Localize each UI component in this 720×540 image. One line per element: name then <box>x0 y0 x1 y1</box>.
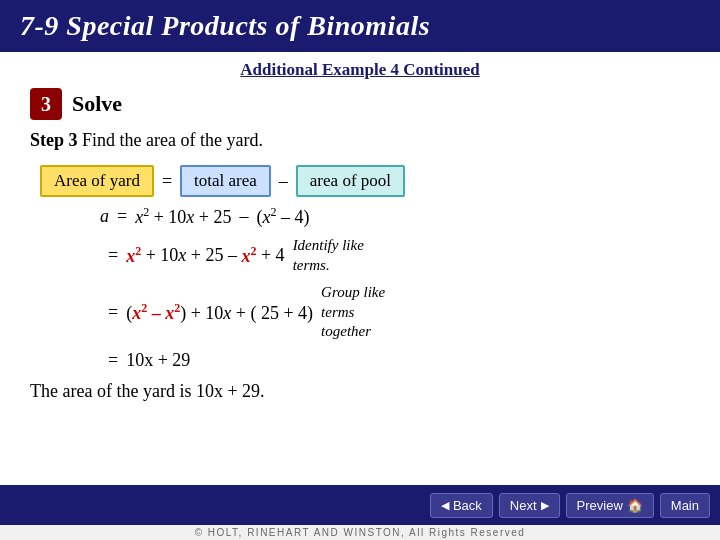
note-line-1: Identify like <box>293 236 364 256</box>
eq-sign-5: = <box>100 350 126 371</box>
next-button[interactable]: Next ▶ <box>499 493 560 518</box>
conclusion: The area of the yard is 10x + 29. <box>30 381 690 402</box>
step-number: 3 <box>41 93 51 116</box>
subheader-text: Additional Example 4 Continued <box>240 60 479 79</box>
slide-header: 7-9 Special Products of Binomials <box>0 0 720 52</box>
pool-expr: (x2 – 4) <box>256 205 309 228</box>
eq-row-4: = (x2 – x2) + 10x + ( 25 + 4) Group like… <box>100 283 700 342</box>
note-line-2: terms. <box>293 256 364 276</box>
copyright-text: © HOLT, RINEHART AND WINSTON, All Rights… <box>195 527 526 538</box>
eq-row-2: a = x2 + 10x + 25 – (x2 – 4) <box>100 205 700 228</box>
preview-button[interactable]: Preview 🏠 <box>566 493 654 518</box>
next-label: Next <box>510 498 537 513</box>
home-icon: 🏠 <box>627 498 643 513</box>
final-expr: 10x + 29 <box>126 350 190 371</box>
eq-sign-1: = <box>154 171 180 192</box>
content-area: 3 Solve Step 3 Find the area of the yard… <box>0 84 720 485</box>
eq-sign-4: = <box>100 302 126 323</box>
solve-label: Solve <box>72 91 122 117</box>
step-badge: 3 <box>30 88 62 120</box>
eq-row-5: = 10x + 29 <box>100 350 700 371</box>
minus-sign-2: – <box>231 206 256 227</box>
equation-table: Area of yard = total area – area of pool… <box>40 165 700 371</box>
main-label: Main <box>671 498 699 513</box>
preview-label: Preview <box>577 498 623 513</box>
header-title: 7-9 Special Products of Binomials <box>20 10 430 41</box>
identify-note: Identify like terms. <box>293 236 364 275</box>
total-area-box: total area <box>180 165 271 197</box>
slide: 7-9 Special Products of Binomials Additi… <box>0 0 720 540</box>
step-row: 3 Solve <box>30 88 690 120</box>
group-note-3: together <box>321 322 385 342</box>
back-label: Back <box>453 498 482 513</box>
step3-line: Step 3 Find the area of the yard. <box>30 130 690 151</box>
expr-row2: x2 + 10x + 25 <box>135 205 231 228</box>
back-button[interactable]: ◀ Back <box>430 493 493 518</box>
eq-sign-3: = <box>100 245 126 266</box>
eq-sign-2: = <box>109 206 135 227</box>
x2-term-2: x2 <box>241 244 256 267</box>
minus-sign-1: – <box>271 171 296 192</box>
subheader: Additional Example 4 Continued <box>0 52 720 84</box>
nav-bar: ◀ Back Next ▶ Preview 🏠 Main <box>0 485 720 525</box>
step3-bold: Step 3 <box>30 130 78 150</box>
grouped-expr: (x2 – x2) + 10x + ( 25 + 4) <box>126 301 313 324</box>
eq-row-3: = x2 + 10x + 25 – x2 + 4 Identify like t… <box>100 236 700 275</box>
a-label: a <box>100 206 109 227</box>
group-note: Group like terms together <box>321 283 385 342</box>
main-button[interactable]: Main <box>660 493 710 518</box>
back-arrow-icon: ◀ <box>441 499 449 512</box>
plus4: + 4 <box>256 245 284 266</box>
eq-row-1: Area of yard = total area – area of pool <box>40 165 700 197</box>
x2-term-1: x2 <box>126 244 141 267</box>
middle-terms: + 10x + 25 – <box>141 245 241 266</box>
step3-text: Find the area of the yard. <box>82 130 263 150</box>
group-note-1: Group like <box>321 283 385 303</box>
group-note-2: terms <box>321 303 385 323</box>
area-of-pool-box: area of pool <box>296 165 405 197</box>
conclusion-text: The area of the yard is 10x + 29. <box>30 381 265 401</box>
copyright-bar: © HOLT, RINEHART AND WINSTON, All Rights… <box>0 525 720 540</box>
next-arrow-icon: ▶ <box>541 499 549 512</box>
area-of-yard-box: Area of yard <box>40 165 154 197</box>
